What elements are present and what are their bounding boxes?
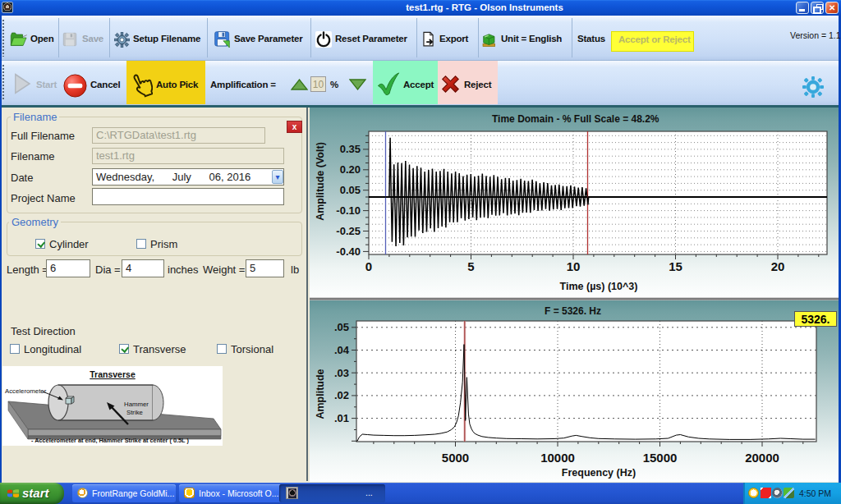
svg-text:- Accelerometer at end, Hammer: - Accelerometer at end, Hammer Strike at… [31,437,189,444]
svg-text:20: 20 [771,259,785,273]
svg-text:Strike: Strike [126,409,143,416]
svg-text:5000: 5000 [442,451,469,465]
svg-text:Amplitude: Amplitude [315,369,326,419]
svg-text:0: 0 [365,259,372,273]
svg-text:Hammer: Hammer [124,401,149,408]
svg-text:.05: .05 [334,321,349,333]
svg-text:10: 10 [567,259,581,273]
svg-text:0.35: 0.35 [340,143,361,155]
svg-text:.02: .02 [334,389,349,401]
svg-text:-0.25: -0.25 [336,225,361,237]
svg-text:5: 5 [467,259,474,273]
svg-text:Frequency (Hz): Frequency (Hz) [562,467,636,479]
svg-text:.01: .01 [334,412,349,424]
svg-text:-0.10: -0.10 [336,204,361,217]
svg-text:15000: 15000 [643,451,678,465]
svg-text:0.20: 0.20 [340,163,361,176]
svg-text:Transverse: Transverse [90,369,136,379]
svg-text:Accelerometer: Accelerometer [5,387,47,395]
svg-text:10000: 10000 [540,451,575,465]
svg-text:Time (µs) (10^3): Time (µs) (10^3) [560,281,638,292]
svg-text:.03: .03 [334,367,349,379]
svg-text:-0.40: -0.40 [336,245,361,258]
svg-text:20000: 20000 [745,451,779,465]
svg-text:15: 15 [669,259,682,273]
svg-text:0.05: 0.05 [340,184,361,196]
svg-text:.04: .04 [334,344,350,356]
svg-text:Amplitude (Volt): Amplitude (Volt) [315,142,326,221]
